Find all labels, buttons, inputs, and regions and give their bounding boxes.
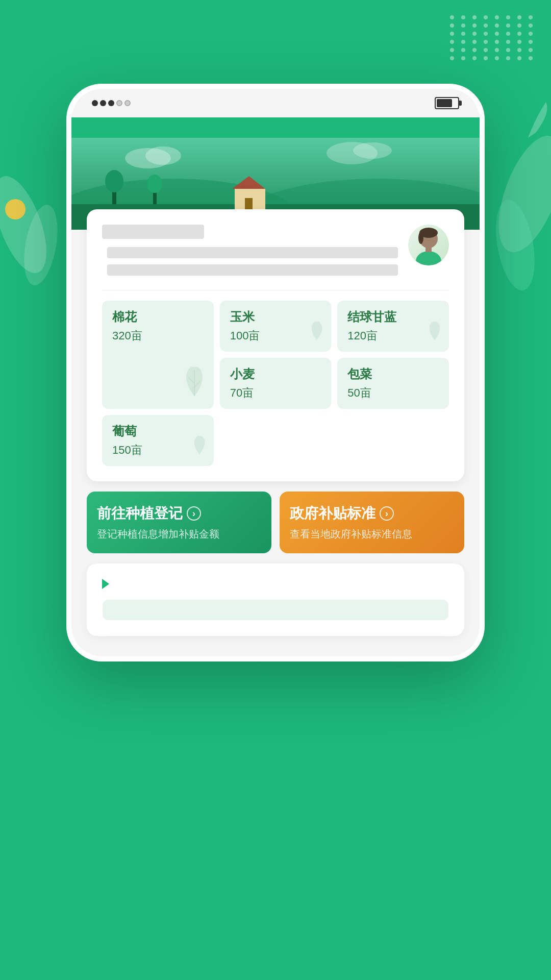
svg-point-12 (147, 175, 162, 193)
subsidy-standard-arrow-icon: › (380, 506, 394, 521)
action-buttons: 前往种植登记 › 登记种植信息增加补贴金额 政府补贴标准 › 查看当地政府补贴标… (87, 492, 464, 553)
page-header (0, 0, 551, 74)
battery-icon (435, 97, 459, 109)
phone-mockup-wrapper: 棉花 320亩 (0, 74, 551, 702)
crop-leaf-icon (179, 363, 210, 405)
phone-frame: 棉花 320亩 (66, 84, 485, 662)
signal-dots (92, 100, 131, 106)
user-fields (102, 225, 398, 282)
user-id-row (102, 264, 398, 276)
id-value-blurred (107, 264, 398, 276)
crop-card-wheat: 小麦 70亩 (220, 358, 332, 409)
content-area: 棉花 320亩 (71, 209, 480, 656)
crop-area-cotton: 320亩 (112, 328, 204, 344)
crop-name-cotton: 棉花 (112, 309, 204, 325)
user-info-top (102, 225, 449, 282)
battery-fill (437, 99, 452, 107)
battery-info (431, 97, 459, 109)
crop-leaf-icon-corn (307, 318, 327, 348)
subsidy-standard-subtitle: 查看当地政府补贴标准信息 (290, 527, 454, 541)
crop-card-grape: 葡萄 150亩 (102, 415, 214, 466)
divider (102, 290, 449, 290)
crop-card-cabbage: 结球甘蓝 120亩 (337, 301, 449, 352)
register-label: 前往种植登记 (97, 504, 183, 523)
user-card: 棉花 320亩 (87, 209, 464, 481)
triangle-icon (102, 579, 109, 589)
crop-name-wheat: 小麦 (230, 366, 321, 382)
status-bar (71, 89, 480, 117)
area-section: 棉花 320亩 (102, 301, 449, 466)
svg-point-23 (416, 251, 441, 265)
crop-card-corn: 玉米 100亩 (220, 301, 332, 352)
register-title: 前往种植登记 › (97, 504, 261, 523)
register-button[interactable]: 前往种植登记 › 登记种植信息增加补贴金额 (87, 492, 271, 553)
subsidy-standard-label: 政府补贴标准 (290, 504, 375, 523)
signal-dot-3 (108, 100, 114, 106)
signal-area (92, 100, 135, 106)
subsidy-standard-title: 政府补贴标准 › (290, 504, 454, 523)
table-header-type (103, 600, 276, 621)
crop-card-pakchoi: 包菜 50亩 (337, 358, 449, 409)
crop-card-cotton: 棉花 320亩 (102, 301, 214, 409)
table-header-approved (276, 600, 449, 621)
user-contact-row (102, 247, 398, 258)
signal-dot-2 (100, 100, 106, 106)
contact-value-blurred (107, 247, 398, 258)
subsidy-standard-button[interactable]: 政府补贴标准 › 查看当地政府补贴标准信息 (280, 492, 464, 553)
crop-name-pakchoi: 包菜 (347, 366, 439, 382)
avatar-icon (411, 225, 446, 265)
crop-leaf-icon-cabbage (424, 318, 445, 348)
signal-dot-1 (92, 100, 98, 106)
crop-area-wheat: 70亩 (230, 385, 321, 401)
user-avatar (408, 225, 449, 265)
register-arrow-icon: › (187, 506, 201, 521)
signal-dot-4 (116, 100, 122, 106)
subsidy-section (87, 564, 464, 636)
signal-dot-5 (124, 100, 131, 106)
crop-leaf-icon-grape (189, 432, 210, 462)
svg-point-10 (105, 170, 123, 192)
subsidy-title-row (102, 579, 449, 589)
subsidy-table (102, 599, 449, 621)
svg-rect-24 (425, 247, 432, 252)
crop-area-pakchoi: 50亩 (347, 385, 439, 401)
svg-point-22 (418, 232, 423, 244)
register-subtitle: 登记种植信息增加补贴金额 (97, 527, 261, 541)
crop-grid: 棉花 320亩 (102, 301, 449, 466)
user-name-blurred (102, 225, 204, 239)
svg-point-17 (145, 146, 181, 165)
app-navbar (71, 117, 480, 138)
svg-point-19 (353, 142, 392, 159)
table-header-row (103, 600, 449, 621)
